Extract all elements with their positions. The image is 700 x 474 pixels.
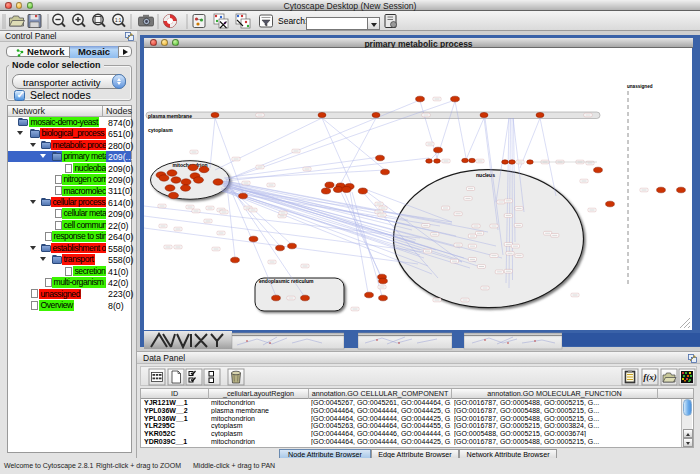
svg-text:endoplasmic reticulum: endoplasmic reticulum [259, 278, 314, 284]
svg-text:unassigned: unassigned [627, 84, 653, 89]
svg-text:plasma membrane: plasma membrane [148, 113, 192, 119]
svg-text:1:1: 1:1 [115, 18, 122, 23]
svg-text:f(x): f(x) [643, 372, 657, 382]
svg-text:Search:: Search: [278, 16, 307, 26]
svg-text:cytoplasm: cytoplasm [148, 127, 173, 133]
